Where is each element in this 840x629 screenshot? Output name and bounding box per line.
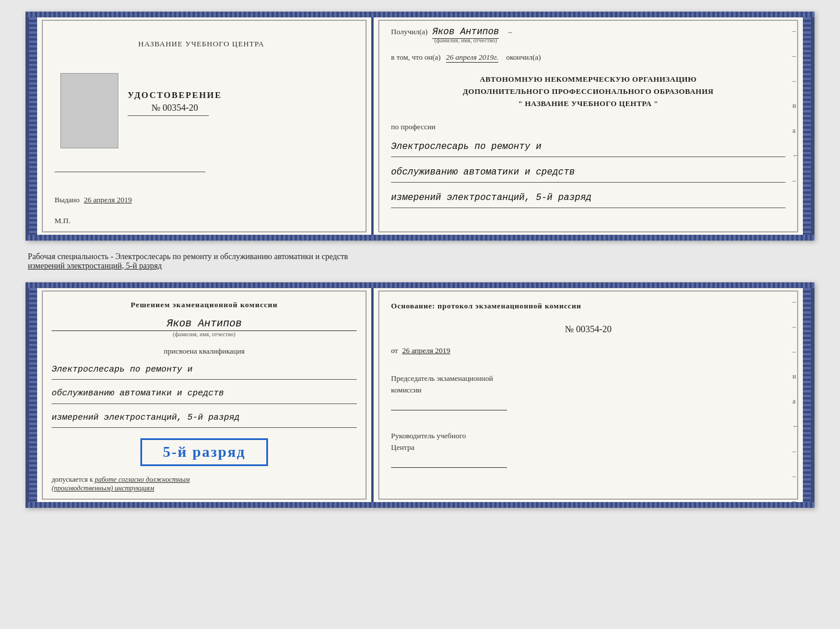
certified-line: в том, что он(а) 26 апреля 2019г. окончи…: [391, 53, 785, 62]
cert-title-block: УДОСТОВЕРЕНИЕ № 00354-20: [128, 90, 222, 116]
profession-line1: Электрослесарь по ремонту и: [391, 139, 785, 157]
protocol-date-prefix: от: [391, 346, 398, 355]
qual-line3: измерений электростанций, 5-й разряд: [52, 410, 357, 428]
profession-label: по профессии: [391, 122, 785, 132]
fio-subtitle: (фамилия, имя, отчество): [432, 37, 499, 43]
bottom-left-page: Решением экаменационной комиссии Яков Ан…: [37, 286, 374, 505]
mp-label: М.П.: [49, 216, 70, 226]
top-right-page: Получил(а) Яков Антипов (фамилия, имя, о…: [374, 15, 803, 237]
director-block: Руководитель учебного Центра: [391, 430, 785, 468]
certified-label: в том, что он(а): [391, 53, 441, 61]
org-line1: АВТОНОМНУЮ НЕКОММЕРЧЕСКУЮ ОРГАНИЗАЦИЮ: [391, 74, 785, 86]
recipient-line: Получил(а) Яков Антипов (фамилия, имя, о…: [391, 27, 785, 43]
org-block: АВТОНОМНУЮ НЕКОММЕРЧЕСКУЮ ОРГАНИЗАЦИЮ ДО…: [391, 74, 785, 110]
spine-right: [803, 15, 811, 237]
org-line3: " НАЗВАНИЕ УЧЕБНОГО ЦЕНТРА ": [391, 98, 785, 110]
side-marks-bottom: – – – и а ← – – –: [792, 297, 799, 506]
chairman-block: Председатель экзаменационной комиссии: [391, 373, 785, 410]
issued-line: Выдано 26 апреля 2019: [55, 195, 354, 205]
protocol-number: № 00354-20: [391, 324, 785, 335]
rank-badge: 5-й разряд: [140, 438, 268, 466]
director-label1: Руководитель учебного: [391, 430, 785, 442]
cert-title: УДОСТОВЕРЕНИЕ: [128, 90, 222, 100]
profession-line3: измерений электростанций, 5-й разряд: [391, 190, 785, 208]
bottom-spine-left: [29, 286, 37, 505]
qual-line1: Электрослесарь по ремонту и: [52, 362, 357, 380]
bottom-spine-right: [803, 286, 811, 505]
bottom-right-page: Основание: протокол экзаменационной коми…: [374, 286, 803, 505]
org-line2: ДОПОЛНИТЕЛЬНОГО ПРОФЕССИОНАЛЬНОГО ОБРАЗО…: [391, 86, 785, 98]
top-document: НАЗВАНИЕ УЧЕБНОГО ЦЕНТРА УДОСТОВЕРЕНИЕ №…: [26, 12, 814, 241]
middle-text-block: Рабочая специальность - Электрослесарь п…: [26, 251, 814, 272]
spine-left: [29, 15, 37, 237]
certified-date: 26 апреля 2019г.: [446, 53, 498, 63]
middle-line1: Рабочая специальность - Электрослесарь п…: [28, 252, 812, 261]
qual-line2: обслуживанию автоматики и средств: [52, 386, 357, 404]
dash-mark: –: [508, 27, 512, 37]
cert-number: № 00354-20: [128, 103, 222, 113]
chairman-label1: Председатель экзаменационной: [391, 373, 785, 384]
issued-date: 26 апреля 2019: [84, 195, 132, 204]
допуск-text2: (производственным) инструкциям: [52, 484, 154, 492]
chairman-label2: комиссии: [391, 384, 785, 396]
chairman-signature: [391, 400, 507, 410]
person-name-bottom: Яков Антипов: [52, 318, 357, 331]
photo-placeholder: [60, 73, 118, 148]
received-label: Получил(а): [391, 27, 428, 37]
fio-label-bottom: (фамилия, имя, отчество): [52, 331, 357, 337]
допуск-label: допускается к: [52, 475, 93, 483]
profession-line2: обслуживанию автоматики и средств: [391, 164, 785, 183]
director-label2: Центра: [391, 442, 785, 453]
issued-label: Выдано: [55, 195, 79, 204]
school-name-top: НАЗВАНИЕ УЧЕБНОГО ЦЕНТРА: [138, 38, 264, 50]
bottom-document: Решением экаменационной комиссии Яков Ан…: [26, 282, 814, 508]
side-marks: – – – и а ← –: [792, 27, 799, 185]
top-left-page: НАЗВАНИЕ УЧЕБНОГО ЦЕНТРА УДОСТОВЕРЕНИЕ №…: [37, 15, 374, 237]
допуск-text: работе согласно должностным: [95, 475, 190, 483]
basis-text: Основание: протокол экзаменационной коми…: [391, 300, 785, 312]
допуск-block: допускается к работе согласно должностны…: [52, 475, 357, 493]
decision-text: Решением экаменационной комиссии: [52, 300, 357, 310]
middle-line2: измерений электростанций, 5-й разряд: [28, 261, 812, 271]
completed-label: окончил(а): [506, 53, 541, 61]
protocol-date-line: от 26 апреля 2019: [391, 346, 785, 355]
protocol-date: 26 апреля 2019: [402, 346, 450, 355]
qualification-label: присвоена квалификация: [52, 347, 357, 356]
director-signature: [391, 457, 507, 468]
